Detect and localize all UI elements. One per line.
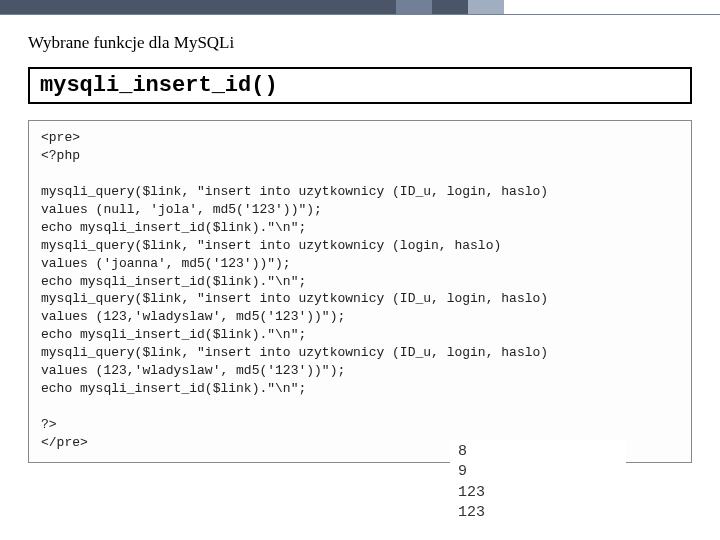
code-block: <pre> <?php mysqli_query($link, "insert … (28, 120, 692, 463)
section-subtitle: Wybrane funkcje dla MySQLi (28, 33, 692, 53)
slide-content: Wybrane funkcje dla MySQLi mysqli_insert… (0, 15, 720, 463)
output-block: 8 9 123 123 (450, 440, 626, 525)
decorative-top-bar (0, 0, 720, 15)
function-name-box: mysqli_insert_id() (28, 67, 692, 104)
